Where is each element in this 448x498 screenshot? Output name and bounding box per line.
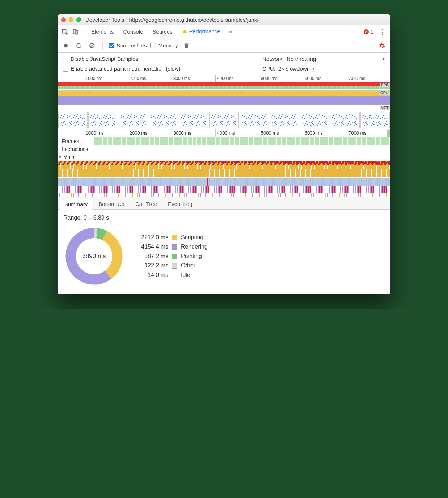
tab-call-tree[interactable]: Call Tree [131, 198, 162, 209]
flame-row[interactable] [58, 161, 390, 169]
error-badge[interactable]: ✕ 1 [362, 29, 375, 35]
reload-button[interactable] [74, 41, 84, 50]
interactions-body [94, 145, 390, 153]
main-flamechart[interactable] [94, 153, 390, 161]
cpu-label: CPU: [262, 66, 275, 72]
filmstrip-thumb[interactable] [119, 112, 148, 128]
ruler-tick: 1000 ms [84, 75, 102, 82]
fps-lane[interactable]: FPS [58, 82, 390, 90]
ruler-tick: 5000 ms [259, 129, 279, 137]
filmstrip-thumb[interactable] [88, 112, 118, 128]
tab-label: Performance [189, 28, 220, 34]
warning-icon [182, 29, 187, 34]
detail-ruler[interactable]: 1000 ms2000 ms3000 ms4000 ms5000 ms6000 … [58, 129, 390, 137]
summary-donut-chart: 6890 ms [63, 225, 125, 287]
settings-gear-icon[interactable] [377, 41, 387, 50]
error-count: 1 [370, 29, 373, 35]
filmstrip-thumb[interactable] [209, 112, 238, 128]
memory-checkbox[interactable]: Memory [150, 42, 178, 48]
cpu-throttle-dropdown[interactable]: 2× slowdown ▼ [278, 66, 316, 72]
screenshot-filmstrip[interactable] [58, 111, 390, 129]
track-label: Frames [62, 138, 79, 144]
ruler-tick: 3000 ms [172, 129, 191, 137]
filmstrip-thumb[interactable] [330, 112, 359, 128]
tab-console[interactable]: Console [119, 25, 148, 38]
error-icon: ✕ [364, 29, 369, 34]
main-track[interactable]: ▼ Main [58, 153, 390, 161]
tab-bottom-up[interactable]: Bottom-Up [94, 198, 129, 209]
cpu-area [58, 90, 390, 105]
track-header[interactable]: ▼ Main [58, 153, 94, 161]
filmstrip-thumb[interactable] [149, 112, 178, 128]
checkbox-label: Screenshots [117, 42, 147, 48]
disable-js-samples-checkbox[interactable]: Disable JavaScript Samples [63, 56, 138, 62]
cpu-lane[interactable]: CPU [58, 90, 390, 105]
range-label: Range: 0 – 6.89 s [63, 215, 385, 221]
kebab-menu-icon[interactable]: ⋮ [376, 28, 388, 36]
separator [283, 42, 283, 50]
legend-swatch [172, 254, 177, 259]
clear-button[interactable] [87, 41, 97, 50]
net-lane[interactable]: NET [58, 105, 390, 111]
flame-row[interactable] [58, 169, 390, 177]
track-header: Frames [58, 137, 94, 145]
filmstrip-thumb[interactable] [240, 112, 269, 128]
tab-summary[interactable]: Summary [60, 199, 92, 210]
tab-performance[interactable]: Performance [178, 25, 225, 38]
close-window-button[interactable] [61, 17, 66, 22]
filmstrip-thumb[interactable] [58, 112, 88, 128]
frames-track[interactable]: Frames [58, 137, 390, 145]
summary-panel: Range: 0 – 6.89 s 6890 ms 2212.0 msScrip… [58, 210, 390, 294]
track-header: Interactions [58, 145, 94, 153]
checkbox-label: Memory [158, 42, 178, 48]
advanced-paint-checkbox[interactable]: Enable advanced paint instrumentation (s… [63, 66, 181, 72]
details-tabs: Summary Bottom-Up Call Tree Event Log [58, 197, 390, 210]
filmstrip-thumb[interactable] [360, 112, 390, 128]
device-toggle-icon[interactable] [71, 27, 81, 37]
devtools-window: Developer Tools - https://googlechrome.g… [58, 14, 390, 294]
tab-elements[interactable]: Elements [87, 25, 118, 38]
filmstrip-thumb[interactable] [270, 112, 299, 128]
inspect-element-icon[interactable] [60, 27, 70, 37]
tab-label: Elements [91, 29, 114, 35]
filmstrip-thumb[interactable] [300, 112, 329, 128]
tab-label: Console [123, 29, 143, 35]
flamechart-tracks: Frames Interactions ▼ Main [58, 137, 390, 197]
more-tabs-icon[interactable]: » [225, 27, 235, 37]
screenshots-checkbox[interactable]: Screenshots [109, 42, 147, 48]
ruler-tick: 7000 ms [347, 75, 365, 82]
trash-button[interactable] [182, 41, 191, 50]
ruler-tick: 4000 ms [215, 129, 235, 137]
checkbox-icon [150, 43, 156, 48]
tab-sources[interactable]: Sources [148, 25, 177, 38]
lane-label: FPS [380, 83, 390, 87]
network-throttle-dropdown[interactable]: No throttling ▼ [287, 56, 385, 62]
legend-value: 387.2 ms [136, 253, 168, 259]
tab-event-log[interactable]: Event Log [163, 198, 197, 209]
donut-total: 6890 ms [63, 225, 125, 287]
legend-value: 14.0 ms [136, 272, 168, 278]
overview-ruler[interactable]: 1000 ms2000 ms3000 ms4000 ms5000 ms6000 … [58, 75, 390, 82]
ruler-tick: 2000 ms [128, 129, 148, 137]
legend-value: 122.2 ms [136, 262, 168, 269]
flame-row[interactable] [58, 186, 390, 193]
chevron-down-icon: ▼ [58, 155, 62, 159]
tab-label: Summary [64, 201, 88, 207]
dropdown-value: No throttling [287, 56, 316, 62]
flame-row[interactable] [58, 193, 390, 197]
minimize-window-button[interactable] [69, 17, 73, 22]
interactions-track[interactable]: Interactions [58, 145, 390, 153]
svg-point-5 [64, 43, 68, 47]
vertical-scrollbar[interactable] [387, 129, 390, 137]
record-button[interactable] [61, 41, 71, 50]
chevron-down-icon: ▼ [312, 67, 316, 71]
svg-rect-4 [184, 32, 185, 32]
legend-value: 4154.4 ms [136, 244, 168, 250]
track-label: Main [63, 154, 74, 160]
tab-label: Bottom-Up [98, 201, 124, 207]
zoom-window-button[interactable] [76, 17, 81, 22]
tab-label: Event Log [168, 201, 193, 207]
flame-row[interactable] [58, 178, 390, 186]
traffic-lights [61, 17, 81, 22]
filmstrip-thumb[interactable] [179, 112, 208, 128]
